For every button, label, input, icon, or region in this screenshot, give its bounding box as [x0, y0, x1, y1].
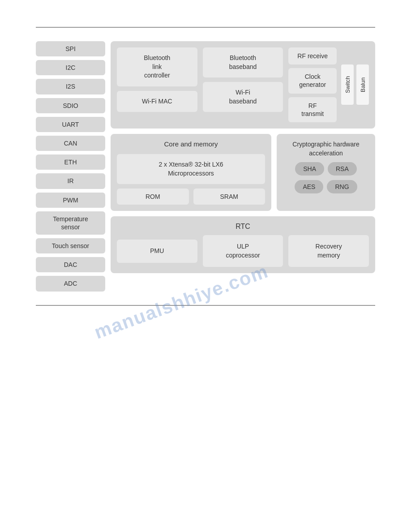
- rf-column: RF receive Clockgenerator RFtransmit: [288, 47, 337, 122]
- bottom-divider: [36, 305, 375, 306]
- pwm-box: PWM: [36, 193, 105, 208]
- bluetooth-link-controller-box: Bluetoothlinkcontroller: [117, 47, 197, 86]
- uart-box: UART: [36, 117, 105, 132]
- balun-box: Balun: [356, 64, 369, 105]
- rng-chip: RNG: [327, 180, 357, 193]
- wifi-baseband-box: Wi-Fibaseband: [203, 82, 283, 112]
- main-content-area: Bluetoothlinkcontroller Wi-Fi MAC Blueto…: [111, 41, 375, 292]
- crypto-row-1: SHA RSA: [283, 162, 369, 176]
- rsa-chip: RSA: [328, 162, 357, 176]
- dac-box: DAC: [36, 257, 105, 272]
- middle-section: Core and memory 2 x Xtensa® 32-bit LX6Mi…: [111, 134, 375, 211]
- peripheral-list: SPI I2C I2S SDIO UART CAN ETH IR PWM Tem…: [36, 41, 105, 292]
- rtc-components: PMU ULPcoprocessor Recoverymemory: [117, 235, 369, 267]
- rf-receive-box: RF receive: [288, 47, 337, 64]
- can-box: CAN: [36, 136, 105, 151]
- i2c-box: I2C: [36, 60, 105, 75]
- adc-box: ADC: [36, 276, 105, 291]
- vertical-rf-boxes: Switch Balun: [341, 64, 369, 105]
- sram-box: SRAM: [193, 189, 265, 205]
- pmu-box: PMU: [117, 240, 197, 263]
- ulp-coprocessor-box: ULPcoprocessor: [203, 235, 283, 267]
- top-divider: [36, 27, 375, 28]
- chip-diagram: SPI I2C I2S SDIO UART CAN ETH IR PWM Tem…: [36, 41, 375, 292]
- wireless-section: Bluetoothlinkcontroller Wi-Fi MAC Blueto…: [111, 41, 375, 129]
- clock-generator-box: Clockgenerator: [288, 68, 337, 93]
- processor-box: 2 x Xtensa® 32-bit LX6Microprocessors: [117, 154, 265, 184]
- temp-sensor-box: Temperaturesensor: [36, 211, 105, 235]
- wireless-left: Bluetoothlinkcontroller Wi-Fi MAC: [117, 47, 197, 122]
- bluetooth-baseband-box: Bluetoothbaseband: [203, 47, 283, 77]
- spi-box: SPI: [36, 41, 105, 56]
- core-memory-section: Core and memory 2 x Xtensa® 32-bit LX6Mi…: [111, 134, 271, 211]
- wifi-mac-box: Wi-Fi MAC: [117, 91, 197, 112]
- rtc-section: RTC PMU ULPcoprocessor Recoverymemory: [111, 216, 375, 273]
- rom-box: ROM: [117, 189, 189, 205]
- rf-transmit-box: RFtransmit: [288, 97, 337, 122]
- wireless-center: Bluetoothbaseband Wi-Fibaseband: [203, 47, 283, 122]
- rtc-title: RTC: [117, 223, 369, 231]
- memory-row: ROM SRAM: [117, 189, 265, 205]
- eth-box: ETH: [36, 154, 105, 170]
- i2s-box: I2S: [36, 79, 105, 94]
- sdio-box: SDIO: [36, 98, 105, 113]
- core-memory-title: Core and memory: [117, 140, 265, 148]
- wireless-right: RF receive Clockgenerator RFtransmit Swi…: [288, 47, 369, 122]
- crypto-section: Cryptographic hardwareacceleration SHA R…: [277, 134, 375, 211]
- recovery-memory-box: Recoverymemory: [288, 235, 369, 267]
- aes-chip: AES: [295, 180, 323, 193]
- crypto-title: Cryptographic hardwareacceleration: [283, 140, 369, 158]
- crypto-row-2: AES RNG: [283, 180, 369, 193]
- sha-chip: SHA: [295, 162, 324, 176]
- switch-box: Switch: [341, 64, 354, 105]
- touch-sensor-box: Touch sensor: [36, 238, 105, 253]
- ir-box: IR: [36, 173, 105, 189]
